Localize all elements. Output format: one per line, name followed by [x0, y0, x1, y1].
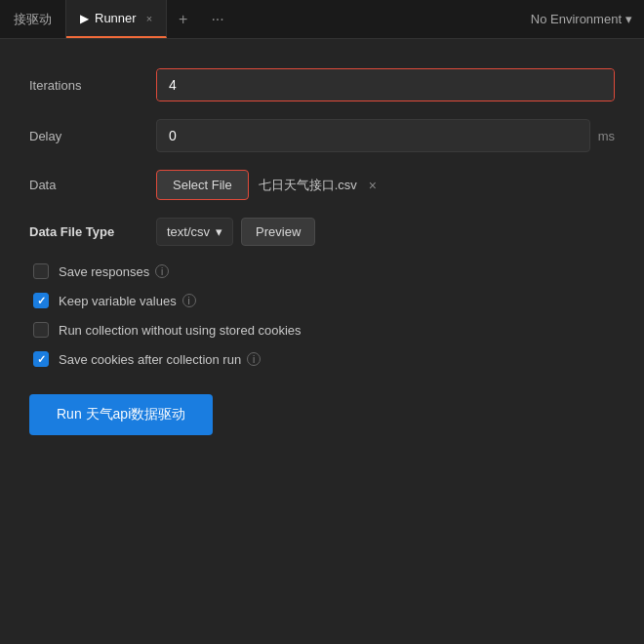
select-file-button[interactable]: Select File: [156, 170, 249, 200]
tab-bar: 接驱动 ▶ Runner × + ··· No Environment ▾: [0, 0, 644, 39]
checkbox-save-responses-row: Save responses i: [33, 263, 615, 279]
runner-icon: ▶: [80, 12, 89, 25]
iterations-row: Iterations: [29, 68, 615, 101]
filetype-chevron-icon: ▾: [216, 224, 222, 239]
delay-input-wrapper: ms: [156, 119, 615, 152]
tab-close-icon[interactable]: ×: [146, 13, 152, 24]
data-file-type-label: Data File Type: [29, 224, 156, 239]
iterations-input-wrapper: [156, 68, 615, 101]
run-without-cookies-label: Run collection without using stored cook…: [59, 323, 302, 338]
save-responses-checkbox[interactable]: [33, 263, 49, 279]
delay-unit-label: ms: [598, 129, 615, 143]
filetype-select[interactable]: text/csv ▾: [156, 218, 233, 246]
selected-file-name: 七日天气接口.csv: [259, 177, 357, 194]
iterations-input[interactable]: [157, 69, 614, 101]
run-without-cookies-checkbox[interactable]: [33, 322, 49, 338]
checkbox-save-cookies-row: Save cookies after collection run i: [33, 351, 615, 367]
iterations-label: Iterations: [29, 78, 156, 93]
environment-selector[interactable]: No Environment ▾: [519, 12, 644, 26]
save-cookies-info-icon[interactable]: i: [247, 352, 261, 366]
tab-left[interactable]: 接驱动: [0, 0, 66, 38]
preview-button[interactable]: Preview: [241, 218, 315, 246]
filetype-value: text/csv: [167, 224, 210, 239]
remove-file-button[interactable]: ×: [369, 178, 377, 193]
tab-runner[interactable]: ▶ Runner ×: [66, 0, 167, 38]
save-cookies-label: Save cookies after collection run i: [59, 352, 261, 367]
save-responses-label: Save responses i: [59, 264, 169, 279]
checkboxes-section: Save responses i Keep variable values i …: [29, 263, 615, 367]
keep-variable-label: Keep variable values i: [59, 294, 196, 308]
environment-label: No Environment: [531, 12, 622, 26]
runner-panel: Iterations Delay ms Data Select File 七日天…: [0, 39, 644, 644]
environment-chevron-icon: ▾: [625, 12, 632, 26]
tab-left-label: 接驱动: [14, 11, 52, 28]
tab-runner-label: Runner: [95, 11, 137, 25]
checkbox-keep-variable-row: Keep variable values i: [33, 293, 615, 308]
keep-variable-checkbox[interactable]: [33, 293, 49, 308]
data-file-type-row: Data File Type text/csv ▾ Preview: [29, 218, 615, 246]
delay-input[interactable]: [156, 119, 590, 152]
data-file-wrapper: Select File 七日天气接口.csv ×: [156, 170, 377, 200]
delay-row: Delay ms: [29, 119, 615, 152]
run-collection-button[interactable]: Run 天气api数据驱动: [29, 394, 213, 435]
data-row: Data Select File 七日天气接口.csv ×: [29, 170, 615, 200]
data-label: Data: [29, 178, 156, 192]
tab-add-button[interactable]: +: [167, 0, 199, 38]
delay-label: Delay: [29, 129, 156, 143]
keep-variable-info-icon[interactable]: i: [182, 294, 196, 307]
checkbox-run-without-cookies-row: Run collection without using stored cook…: [33, 322, 615, 338]
save-cookies-checkbox[interactable]: [33, 351, 49, 367]
filetype-controls: text/csv ▾ Preview: [156, 218, 315, 246]
tab-more-button[interactable]: ···: [199, 0, 235, 38]
save-responses-info-icon[interactable]: i: [155, 264, 169, 278]
